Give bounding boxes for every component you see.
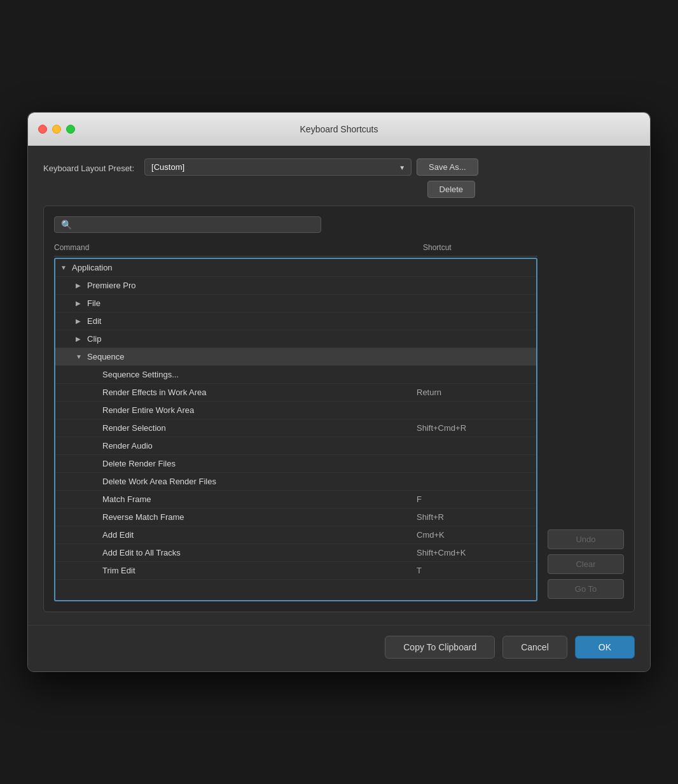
row-label: Render Entire Work Area [102, 405, 194, 415]
dialog-title: Keyboard Shortcuts [300, 124, 378, 134]
row-label: Clip [87, 334, 101, 344]
preset-row: Keyboard Layout Preset: [Custom] Save As… [43, 158, 635, 198]
row-label: Sequence Settings... [102, 370, 179, 379]
tree-row[interactable]: ▶ File [55, 295, 536, 312]
col-shortcut-header: Shortcut [423, 243, 537, 252]
tree-row[interactable]: Render Effects in Work Area Return [55, 384, 536, 402]
preset-label: Keyboard Layout Preset: [43, 158, 134, 173]
tree-row[interactable]: ▶ Edit [55, 312, 536, 330]
row-label: Match Frame [102, 494, 151, 504]
clear-button[interactable]: Clear [548, 554, 624, 574]
row-label: Render Selection [102, 423, 166, 433]
search-input-wrapper: 🔍 [54, 216, 321, 233]
preset-dropdown-row: [Custom] Save As... [144, 158, 635, 176]
close-button[interactable] [38, 125, 47, 134]
row-label: Add Edit to All Tracks [102, 548, 181, 557]
search-icon: 🔍 [61, 220, 72, 230]
row-shortcut: T [417, 566, 531, 575]
tree-row[interactable]: Render Selection Shift+Cmd+R [55, 419, 536, 437]
tree-row[interactable]: Delete Work Area Render Files [55, 473, 536, 491]
main-content: Command Shortcut ▼ Application [54, 241, 624, 601]
row-label: Premiere Pro [87, 281, 136, 290]
search-input[interactable] [77, 220, 314, 230]
row-shortcut: Cmd+K [417, 530, 531, 540]
tree-row[interactable]: Add Edit Cmd+K [55, 526, 536, 544]
preset-select-wrapper: [Custom] [144, 158, 412, 176]
row-label: Render Audio [102, 441, 153, 451]
arrow-icon: ▶ [76, 335, 83, 342]
tree-row[interactable]: ▼ Sequence [55, 348, 536, 366]
arrow-icon: ▶ [76, 282, 83, 289]
tree-row[interactable]: ▶ Premiere Pro [55, 277, 536, 295]
footer: Copy To Clipboard Cancel OK [28, 625, 650, 671]
arrow-icon: ▼ [60, 264, 68, 271]
row-label: Sequence [87, 352, 125, 361]
arrow-icon: ▶ [76, 318, 83, 325]
dialog-body: Keyboard Layout Preset: [Custom] Save As… [28, 146, 650, 625]
maximize-button[interactable] [66, 125, 75, 134]
row-shortcut: F [417, 494, 531, 504]
row-label: Render Effects in Work Area [102, 388, 207, 397]
go-to-button[interactable]: Go To [548, 579, 624, 599]
row-label: Add Edit [102, 530, 134, 540]
cancel-button[interactable]: Cancel [502, 636, 567, 659]
copy-to-clipboard-button[interactable]: Copy To Clipboard [385, 636, 495, 659]
search-area: 🔍 Command Shortcut ▼ [43, 206, 635, 612]
right-panel: Undo Clear Go To [548, 241, 624, 601]
delete-button[interactable]: Delete [427, 181, 476, 198]
preset-select[interactable]: [Custom] [144, 158, 412, 176]
row-label: Delete Work Area Render Files [102, 477, 216, 486]
tree-container[interactable]: ▼ Application ▶ Premiere [54, 258, 537, 601]
table-header: Command Shortcut [54, 241, 537, 256]
right-buttons: Undo Clear Go To [548, 529, 624, 599]
row-label: Reverse Match Frame [102, 512, 184, 522]
arrow-icon: ▼ [76, 353, 83, 360]
row-label: File [87, 298, 100, 308]
tree-row[interactable]: ▼ Application [55, 259, 536, 277]
arrow-icon: ▶ [76, 300, 83, 307]
tree-row[interactable]: Reverse Match Frame Shift+R [55, 508, 536, 526]
row-label: Trim Edit [102, 566, 135, 575]
row-label: Edit [87, 316, 101, 326]
keyboard-shortcuts-dialog: Keyboard Shortcuts Keyboard Layout Prese… [27, 112, 651, 672]
tree-row[interactable]: Add Edit to All Tracks Shift+Cmd+K [55, 544, 536, 562]
ok-button[interactable]: OK [575, 636, 635, 659]
tree-row[interactable]: Delete Render Files [55, 455, 536, 473]
row-label: Delete Render Files [102, 459, 176, 468]
row-shortcut: Shift+Cmd+R [417, 423, 531, 433]
tree-row[interactable]: Sequence Settings... [55, 366, 536, 384]
preset-controls: [Custom] Save As... Delete [144, 158, 635, 198]
row-shortcut: Shift+Cmd+K [417, 548, 531, 557]
row-shortcut: Return [417, 388, 531, 397]
tree-row[interactable]: Render Entire Work Area [55, 402, 536, 419]
left-panel: Command Shortcut ▼ Application [54, 241, 537, 601]
tree-row[interactable]: Trim Edit T [55, 562, 536, 580]
minimize-button[interactable] [52, 125, 61, 134]
col-command-header: Command [54, 243, 423, 252]
tree-row[interactable]: Render Audio [55, 437, 536, 455]
tree-row[interactable]: ▶ Clip [55, 330, 536, 348]
undo-button[interactable]: Undo [548, 529, 624, 549]
title-bar: Keyboard Shortcuts [28, 113, 650, 146]
row-label: Application [72, 263, 113, 272]
row-shortcut: Shift+R [417, 512, 531, 522]
tree-row[interactable]: Match Frame F [55, 491, 536, 508]
window-controls [38, 125, 75, 134]
save-as-button[interactable]: Save As... [417, 158, 478, 176]
